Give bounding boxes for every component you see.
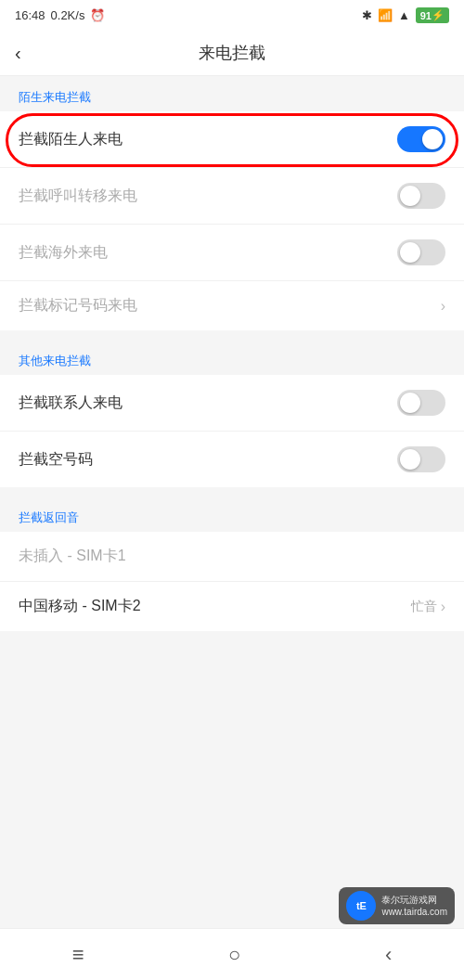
block-empty-label: 拦截空号码 xyxy=(19,450,93,470)
sim2-value: 忙音 xyxy=(411,599,437,615)
block-stranger-item[interactable]: 拦截陌生人来电 xyxy=(0,111,464,168)
bluetooth-icon: ✱ xyxy=(362,8,372,22)
sim2-item[interactable]: 中国移动 - SIM卡2 忙音 › xyxy=(0,582,464,631)
wifi-icon: ▲ xyxy=(398,8,410,22)
sim2-value-group: 忙音 › xyxy=(411,599,445,615)
block-empty-toggle[interactable] xyxy=(397,446,445,472)
block-stranger-toggle[interactable] xyxy=(397,126,445,152)
block-redirect-label: 拦截呼叫转移来电 xyxy=(19,187,137,206)
block-marked-item[interactable]: 拦截标记号码来电 › xyxy=(0,281,464,330)
stranger-group: 拦截陌生人来电 拦截呼叫转移来电 拦截海外来电 xyxy=(0,111,464,330)
echo-group: 未插入 - SIM卡1 中国移动 - SIM卡2 忙音 › xyxy=(0,532,464,631)
block-redirect-item[interactable]: 拦截呼叫转移来电 xyxy=(0,168,464,225)
nav-home-icon[interactable]: ○ xyxy=(228,943,240,967)
watermark-logo: tE xyxy=(346,891,376,921)
spacer-1 xyxy=(0,330,464,340)
signal-icon: 📶 xyxy=(378,8,393,22)
page-header: ‹ 来电拦截 xyxy=(0,31,464,76)
clock-icon: ⏰ xyxy=(90,8,105,22)
block-redirect-toggle[interactable] xyxy=(397,183,445,209)
section-label-other: 其他来电拦截 xyxy=(0,340,464,375)
spacer-2 xyxy=(0,487,464,496)
time-display: 16:48 xyxy=(15,8,45,22)
block-stranger-label: 拦截陌生人来电 xyxy=(19,130,122,149)
back-button[interactable]: ‹ xyxy=(15,43,21,64)
watermark-text: 泰尔玩游戏网 www.tairda.com xyxy=(381,894,447,918)
status-left: 16:48 0.2K/s ⏰ xyxy=(15,8,105,22)
block-empty-item[interactable]: 拦截空号码 xyxy=(0,432,464,487)
status-bar: 16:48 0.2K/s ⏰ ✱ 📶 ▲ 91 ⚡ xyxy=(0,0,464,31)
block-overseas-item[interactable]: 拦截海外来电 xyxy=(0,225,464,281)
sim2-label: 中国移动 - SIM卡2 xyxy=(19,597,141,616)
sim1-item: 未插入 - SIM卡1 xyxy=(0,532,464,582)
block-contact-toggle[interactable] xyxy=(397,390,445,416)
sim2-chevron: › xyxy=(441,599,445,615)
other-group: 拦截联系人来电 拦截空号码 xyxy=(0,375,464,487)
speed-display: 0.2K/s xyxy=(51,8,85,22)
status-right: ✱ 📶 ▲ 91 ⚡ xyxy=(362,7,449,23)
watermark: tE 泰尔玩游戏网 www.tairda.com xyxy=(339,887,455,924)
block-contact-item[interactable]: 拦截联系人来电 xyxy=(0,375,464,432)
block-overseas-label: 拦截海外来电 xyxy=(19,243,108,263)
bottom-nav: ≡ ○ ‹ xyxy=(0,928,464,980)
battery-indicator: 91 ⚡ xyxy=(416,7,449,23)
block-marked-label: 拦截标记号码来电 xyxy=(19,296,137,316)
nav-back-icon[interactable]: ‹ xyxy=(385,943,392,967)
section-label-stranger: 陌生来电拦截 xyxy=(0,76,464,111)
content-area: 陌生来电拦截 拦截陌生人来电 拦截呼叫转移来电 拦截海外来电 xyxy=(0,76,464,696)
page-title: 来电拦截 xyxy=(15,42,449,64)
sim1-label: 未插入 - SIM卡1 xyxy=(19,547,126,566)
nav-menu-icon[interactable]: ≡ xyxy=(72,943,84,967)
block-overseas-toggle[interactable] xyxy=(397,239,445,265)
section-label-echo: 拦截返回音 xyxy=(0,496,464,532)
block-marked-chevron: › xyxy=(441,298,445,315)
block-contact-label: 拦截联系人来电 xyxy=(19,393,122,413)
